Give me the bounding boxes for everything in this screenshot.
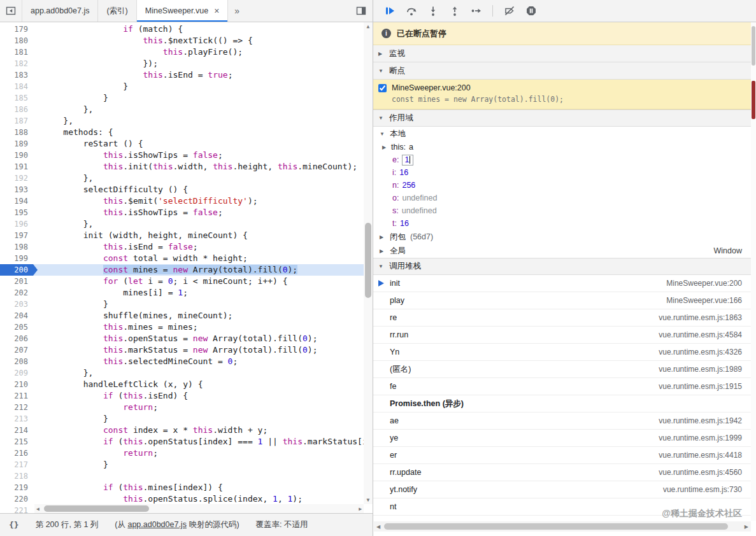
call-stack-frame[interactable]: fevue.runtime.esm.js:1915: [373, 378, 751, 395]
call-stack-frame[interactable]: Promise.then (异步): [373, 395, 751, 413]
code-text[interactable]: }: [33, 92, 108, 104]
call-stack-frame[interactable]: revue.runtime.esm.js:1863: [373, 309, 751, 327]
code-text[interactable]: reStart () {: [33, 138, 143, 150]
vertical-scroll-thumb[interactable]: [365, 223, 371, 298]
code-text[interactable]: [33, 470, 103, 482]
line-number-gutter[interactable]: 204: [0, 310, 33, 321]
tab-app-js[interactable]: app.ad0bd0e7.js: [22, 0, 98, 22]
code-text[interactable]: this.selectedMineCount = 0;: [33, 356, 238, 367]
tab-index[interactable]: (索引): [98, 0, 136, 22]
resume-button[interactable]: [380, 2, 399, 20]
code-text[interactable]: this.openStatus = new Array(total).fill(…: [33, 333, 318, 344]
scroll-up-arrow-icon[interactable]: ▲: [364, 24, 373, 29]
code-text[interactable]: mines[i] = 1;: [33, 287, 188, 299]
call-stack-frame[interactable]: playMineSweeper.vue:166: [373, 292, 751, 309]
variable-value[interactable]: undefined: [402, 194, 437, 202]
line-number-gutter[interactable]: 184: [0, 81, 33, 92]
line-number-gutter[interactable]: 210: [0, 379, 33, 390]
code-text[interactable]: this.isShowTips = false;: [33, 150, 223, 161]
more-tabs-button[interactable]: »: [228, 0, 246, 22]
deactivate-breakpoints-button[interactable]: [499, 2, 519, 20]
code-text[interactable]: },: [33, 104, 93, 115]
line-number-gutter[interactable]: 195: [0, 207, 33, 218]
code-text[interactable]: this.isEnd = true;: [33, 69, 232, 81]
navigator-toggle-button[interactable]: [0, 0, 22, 22]
line-number-gutter[interactable]: 201: [0, 276, 33, 287]
horizontal-scroll-thumb[interactable]: [44, 505, 149, 512]
code-text[interactable]: init (width, height, mineCount) {: [33, 230, 248, 241]
variable-value[interactable]: undefined: [402, 206, 437, 215]
step-into-button[interactable]: [423, 2, 443, 20]
code-text[interactable]: shuffle(mines, mineCount);: [33, 310, 232, 321]
scroll-left-arrow-icon[interactable]: ◀: [376, 524, 380, 530]
code-text[interactable]: return;: [33, 402, 158, 413]
line-number-gutter[interactable]: 189: [0, 138, 33, 150]
line-number-gutter[interactable]: 194: [0, 195, 33, 207]
line-number-gutter[interactable]: 196: [0, 218, 33, 230]
call-stack-frame[interactable]: ervue.runtime.esm.js:4418: [373, 447, 751, 464]
line-number-gutter[interactable]: 198: [0, 241, 33, 253]
step-over-button[interactable]: [401, 2, 421, 20]
line-number-gutter[interactable]: 179: [0, 24, 33, 35]
code-text[interactable]: const total = width * height;: [33, 253, 248, 264]
breakpoint-checkbox[interactable]: [378, 84, 387, 92]
line-number-gutter[interactable]: 211: [0, 390, 33, 402]
line-number-gutter[interactable]: 192: [0, 173, 33, 184]
code-text[interactable]: for (let i = 0; i < mineCount; i++) {: [33, 276, 288, 287]
line-number-gutter[interactable]: 187: [0, 115, 33, 127]
code-text[interactable]: handleLeftClick (x, y) {: [33, 379, 203, 390]
line-number-gutter[interactable]: 197: [0, 230, 33, 241]
sidebar-horizontal-scrollbar[interactable]: ◀ ▶: [374, 521, 751, 532]
code-text[interactable]: },: [33, 173, 93, 184]
code-text[interactable]: selectDifficulty () {: [33, 184, 188, 195]
editor-vertical-scrollbar[interactable]: ▲ ▼: [364, 22, 373, 504]
line-number-gutter[interactable]: 208: [0, 356, 33, 367]
horizontal-scroll-thumb[interactable]: [384, 523, 728, 530]
line-number-gutter[interactable]: 209: [0, 367, 33, 379]
section-call-stack[interactable]: ▼ 调用堆栈: [373, 258, 751, 275]
line-number-gutter[interactable]: 206: [0, 333, 33, 344]
line-number-gutter[interactable]: 216: [0, 448, 33, 459]
section-breakpoints[interactable]: ▼ 断点: [373, 62, 751, 80]
editor-horizontal-scrollbar[interactable]: ◀ ▶: [34, 504, 364, 513]
step-out-button[interactable]: [445, 2, 464, 20]
source-map-link[interactable]: app.ad0bd0e7.js: [127, 520, 186, 529]
line-number-gutter[interactable]: 220: [0, 493, 33, 505]
line-number-gutter[interactable]: 215: [0, 436, 33, 448]
close-tab-icon[interactable]: ×: [214, 6, 219, 15]
scope-this-row[interactable]: ▶ this: a: [373, 141, 751, 153]
code-text[interactable]: if (match) {: [33, 24, 183, 35]
breakpoint-entry[interactable]: MineSweeper.vue:200 const mines = new Ar…: [373, 80, 751, 109]
line-number-gutter[interactable]: 193: [0, 184, 33, 195]
variable-value[interactable]: 256: [402, 181, 415, 190]
line-number-gutter[interactable]: 205: [0, 321, 33, 333]
code-text[interactable]: },: [33, 115, 73, 127]
line-number-gutter[interactable]: 181: [0, 46, 33, 58]
code-text[interactable]: },: [33, 367, 93, 379]
pretty-print-button[interactable]: {}: [9, 520, 19, 530]
code-text[interactable]: this.markStatus = new Array(total).fill(…: [33, 344, 318, 356]
code-editor[interactable]: 179 if (match) {180 this.$nextTick(() =>…: [0, 22, 373, 513]
scope-local-header[interactable]: ▼ 本地: [373, 127, 751, 141]
line-number-gutter[interactable]: 191: [0, 161, 33, 173]
call-stack-frame[interactable]: Ynvue.runtime.esm.js:4326: [373, 344, 751, 361]
call-stack-frame[interactable]: initMineSweeper.vue:200: [373, 275, 751, 292]
variable-value[interactable]: 16: [399, 168, 408, 177]
code-text[interactable]: this.playFire();: [33, 46, 243, 58]
code-text[interactable]: this.init(this.width, this.height, this.…: [33, 161, 357, 173]
sidebar-vertical-scrollbar[interactable]: [751, 22, 756, 521]
execution-line-number[interactable]: 200: [0, 264, 33, 276]
variable-value[interactable]: 16: [400, 219, 409, 228]
code-text[interactable]: if (this.mines[index]) {: [33, 482, 223, 493]
line-number-gutter[interactable]: 217: [0, 459, 33, 470]
call-stack-frame[interactable]: rr.runvue.runtime.esm.js:4584: [373, 327, 751, 344]
code-text[interactable]: this.mines = mines;: [33, 321, 198, 333]
section-scope[interactable]: ▼ 作用域: [373, 109, 751, 127]
code-text[interactable]: this.isShowTips = false;: [33, 207, 223, 218]
code-text[interactable]: return;: [33, 448, 158, 459]
call-stack-frame[interactable]: yevue.runtime.esm.js:1999: [373, 430, 751, 447]
line-number-gutter[interactable]: 212: [0, 402, 33, 413]
variable-value-editor[interactable]: 1: [402, 155, 413, 166]
code-text[interactable]: methods: {: [33, 127, 113, 138]
pause-on-exceptions-button[interactable]: [521, 2, 541, 20]
